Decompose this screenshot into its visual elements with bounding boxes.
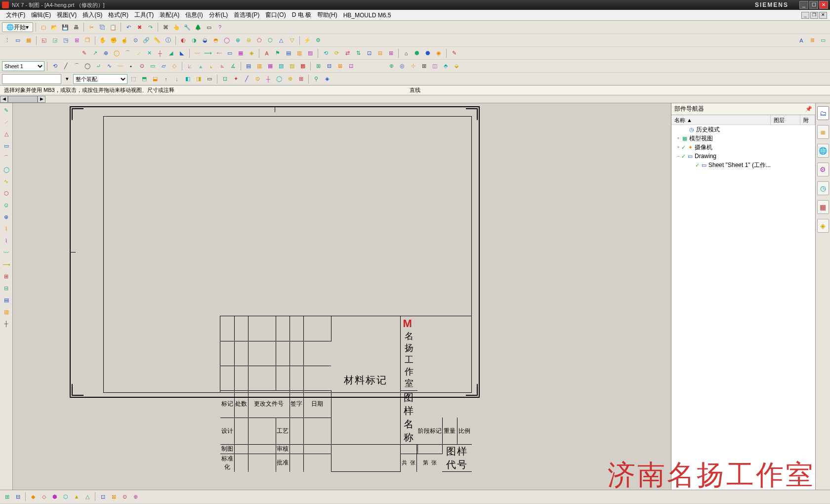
lt10-icon[interactable]: ⊕ — [1, 212, 11, 222]
sk6-icon[interactable]: ⟋ — [133, 48, 143, 58]
save-icon[interactable]: 💾 — [60, 22, 70, 32]
sk16-icon[interactable]: ◈ — [247, 48, 256, 58]
sk1-icon[interactable]: ✎ — [79, 48, 89, 58]
menu-help[interactable]: 帮助(H) — [314, 11, 340, 19]
dr3-icon[interactable]: ⌒ — [72, 61, 82, 71]
gear-icon[interactable]: ⚙ — [313, 36, 323, 45]
fl3-icon[interactable]: ⬓ — [150, 74, 160, 84]
fl7-icon[interactable]: ◨ — [194, 74, 204, 84]
bt10-icon[interactable]: ⊠ — [109, 492, 119, 502]
lt3-icon[interactable]: △ — [1, 129, 11, 139]
menu-window[interactable]: 窗口(O) — [262, 11, 289, 19]
new-icon[interactable]: ▢ — [39, 22, 48, 32]
menu-hbmould[interactable]: HB_MOULD M6.5 — [340, 12, 394, 19]
dr16-icon[interactable]: ⦝ — [217, 61, 227, 71]
dr27-icon[interactable]: ⊡ — [346, 61, 356, 71]
lt15-icon[interactable]: ⊞ — [1, 271, 11, 281]
grip-icon[interactable]: ⋮ — [2, 36, 12, 45]
help-icon[interactable]: ? — [215, 22, 225, 32]
touch-icon[interactable]: 👆 — [171, 22, 181, 32]
circ6-icon[interactable]: ⊕ — [233, 36, 243, 45]
shape1-icon[interactable]: ⬠ — [254, 36, 264, 45]
rtab-6[interactable]: ▦ — [817, 200, 829, 214]
dr12-icon[interactable]: ◇ — [169, 61, 179, 71]
lt16-icon[interactable]: ⊟ — [1, 283, 11, 293]
cube-icon[interactable]: ❒ — [83, 36, 92, 45]
fl2-icon[interactable]: ⬒ — [139, 74, 149, 84]
hand-icon[interactable]: ✋ — [98, 36, 108, 45]
sk27-icon[interactable]: ⊟ — [375, 48, 385, 58]
sn7-icon[interactable]: ⊕ — [285, 74, 295, 84]
menu-view[interactable]: 视图(V) — [54, 11, 80, 19]
redo-icon[interactable]: ↷ — [145, 22, 155, 32]
menu-analysis[interactable]: 分析(L) — [206, 11, 231, 19]
rtab-4[interactable]: ⚙ — [817, 163, 829, 176]
grab-icon[interactable]: ✊ — [109, 36, 119, 45]
sk26-icon[interactable]: ⊡ — [364, 48, 374, 58]
fl8-icon[interactable]: ▭ — [205, 74, 214, 84]
dr26-icon[interactable]: ⊠ — [335, 61, 345, 71]
navigator-tree[interactable]: ◷历史模式+▦模型视图+✓✦摄像机−✓▭Drawing✓▭Sheet "Shee… — [671, 125, 815, 490]
menu-info[interactable]: 信息(I) — [182, 11, 206, 19]
dr10-icon[interactable]: ▭ — [148, 61, 158, 71]
lt19-icon[interactable]: ┼ — [1, 319, 11, 329]
link-icon[interactable]: 🔗 — [141, 36, 151, 45]
menu-electrode[interactable]: D 电 极 — [289, 11, 314, 19]
scroll-track[interactable] — [8, 96, 38, 103]
minimize-button[interactable]: _ — [799, 1, 808, 9]
lt2-icon[interactable]: ⟋ — [1, 117, 11, 127]
dr5-icon[interactable]: ⤾ — [93, 61, 103, 71]
dr19-icon[interactable]: ▥ — [254, 61, 264, 71]
sn8-icon[interactable]: ⊞ — [296, 74, 306, 84]
menu-format[interactable]: 格式(R) — [105, 11, 131, 19]
sk23-icon[interactable]: ⟳ — [332, 48, 341, 58]
fl1-icon[interactable]: ⬚ — [128, 74, 138, 84]
sk20-icon[interactable]: ▥ — [294, 48, 304, 58]
bt6-icon[interactable]: ⬡ — [61, 492, 71, 502]
scroll-left-button[interactable]: ◀ — [0, 96, 8, 103]
sk14-icon[interactable]: ▭ — [225, 48, 235, 58]
dr8-icon[interactable]: • — [126, 61, 136, 71]
shape3-icon[interactable]: △ — [276, 36, 286, 45]
dr2-icon[interactable]: ╱ — [61, 61, 71, 71]
bt3-icon[interactable]: ◆ — [28, 492, 38, 502]
rtab-3[interactable]: 🌐 — [817, 144, 829, 158]
bolt-icon[interactable]: ⚡ — [302, 36, 312, 45]
text-a-icon[interactable]: A — [796, 36, 806, 45]
lt7-icon[interactable]: ∿ — [1, 176, 11, 186]
bt9-icon[interactable]: ⊡ — [98, 492, 108, 502]
bt7-icon[interactable]: ▲ — [72, 492, 82, 502]
sk9-icon[interactable]: ◢ — [166, 48, 176, 58]
dwg1-icon[interactable]: ◱ — [39, 36, 49, 45]
nav-col-layer[interactable]: 图层 — [771, 115, 800, 125]
pin-icon[interactable]: 📌 — [805, 106, 812, 112]
dwg2-icon[interactable]: ◲ — [50, 36, 60, 45]
copy-icon[interactable]: ⿻ — [97, 22, 107, 32]
menu-edit[interactable]: 编辑(E) — [28, 11, 54, 19]
sk28-icon[interactable]: ⊞ — [386, 48, 396, 58]
dr20-icon[interactable]: ▦ — [265, 61, 275, 71]
bt1-icon[interactable]: ⊞ — [2, 492, 12, 502]
dr1-icon[interactable]: ⟲ — [50, 61, 60, 71]
sk25-icon[interactable]: ⇅ — [353, 48, 363, 58]
doc-restore-button[interactable]: ❐ — [810, 12, 818, 19]
sk17-icon[interactable]: A — [262, 48, 272, 58]
sn10-icon[interactable]: ◈ — [322, 74, 332, 84]
dr18-icon[interactable]: ▤ — [244, 61, 253, 71]
select-icon[interactable]: ▭ — [13, 36, 23, 45]
dr24-icon[interactable]: ⊞ — [313, 61, 323, 71]
dr15-icon[interactable]: ⦜ — [207, 61, 216, 71]
sk4-icon[interactable]: ◯ — [112, 48, 122, 58]
sk12-icon[interactable]: ⟿ — [203, 48, 213, 58]
dr14-icon[interactable]: ⟁ — [196, 61, 206, 71]
csys5-icon[interactable]: ◫ — [430, 61, 440, 71]
dr22-icon[interactable]: ▨ — [287, 61, 297, 71]
box-icon[interactable]: ▦ — [24, 36, 34, 45]
lt11-icon[interactable]: ⌇ — [1, 224, 11, 234]
frame-icon[interactable]: ▭ — [818, 36, 828, 45]
circ1-icon[interactable]: ◐ — [178, 36, 188, 45]
sk2-icon[interactable]: ↗ — [90, 48, 100, 58]
lt14-icon[interactable]: ⟿ — [1, 259, 11, 269]
fl5-icon[interactable]: ↓ — [172, 74, 182, 84]
tree-row[interactable]: +✓✦摄像机 — [671, 143, 815, 152]
